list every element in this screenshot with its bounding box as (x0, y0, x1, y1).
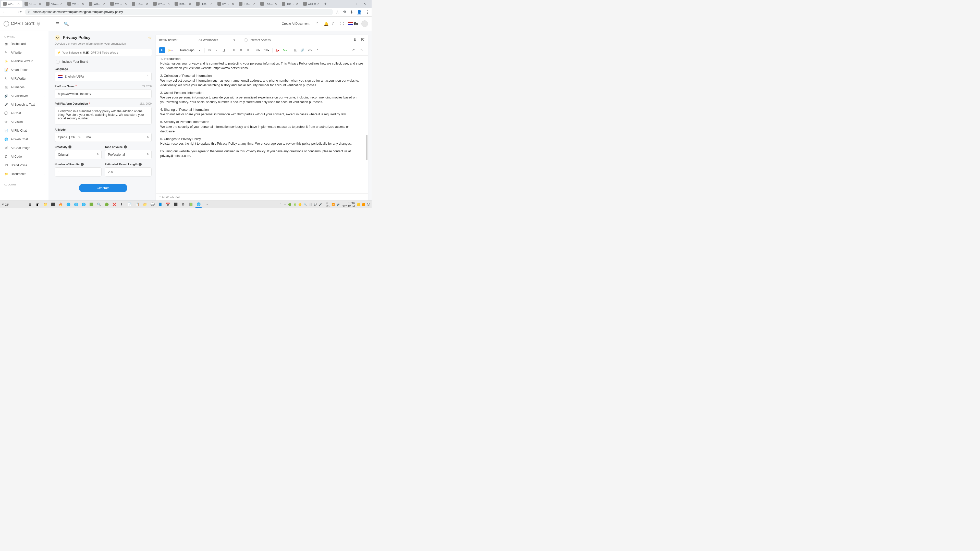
download-icon[interactable]: ⬇ (353, 38, 356, 42)
sidebar-item-voiceover[interactable]: 🔊AI Voiceover› (0, 92, 48, 100)
file-explorer-icon[interactable]: 📁 (42, 202, 49, 208)
notepad-icon[interactable]: 📄 (126, 202, 133, 208)
code-view-button[interactable]: </> (307, 47, 313, 53)
favorite-icon[interactable]: ☆ (148, 35, 151, 40)
language-select[interactable]: English (USA) ˄ (55, 72, 151, 81)
minimize-button[interactable]: — (342, 2, 349, 6)
close-icon[interactable]: ✕ (146, 2, 149, 5)
notifications-icon[interactable]: 💬 (367, 203, 370, 206)
tray-icon[interactable]: 🟧 (362, 203, 365, 206)
sidebar-item-chat[interactable]: 💬AI Chat (0, 109, 48, 118)
close-icon[interactable]: ✕ (296, 2, 299, 5)
app-logo[interactable]: CPRT Soft ⚛ (3, 21, 41, 27)
description-textarea[interactable]: Everything in a standard privacy policy … (55, 106, 151, 124)
sidebar-item-chat-image[interactable]: 🖼AI Chat Image (0, 144, 48, 152)
bookmark-icon[interactable]: ☆ (336, 10, 339, 14)
close-icon[interactable]: ✕ (317, 2, 320, 5)
bell-icon[interactable]: 🔔 (324, 21, 328, 26)
app-icon[interactable]: 🔥 (57, 202, 64, 208)
close-icon[interactable]: ✕ (60, 2, 63, 5)
sidebar-item-ai-writer[interactable]: ✎AI Writer (0, 48, 48, 57)
app-icon[interactable]: 📋 (134, 202, 141, 208)
document-body[interactable]: 1. IntroductionHotstar values your priva… (156, 56, 368, 193)
magic-wand-icon[interactable]: ✨▾ (166, 47, 174, 53)
hamburger-icon[interactable]: ☰ (56, 21, 60, 26)
chrome-icon[interactable]: 🌐 (80, 202, 87, 208)
language-indicator[interactable]: ENG US (324, 202, 329, 207)
chrome-icon[interactable]: 🌐 (65, 202, 72, 208)
clock[interactable]: 16:16 2024-07-03 (342, 202, 355, 207)
tone-select[interactable]: Professional (105, 150, 151, 159)
browser-tab[interactable]: How D✕ (130, 0, 151, 7)
tray-icon[interactable]: 🔍 (304, 203, 307, 206)
site-info-icon[interactable]: ⊙ (28, 10, 30, 14)
app-icon[interactable]: 🟢 (103, 202, 110, 208)
onedrive-icon[interactable]: ☁ (283, 203, 286, 206)
text-color-button[interactable]: A▾ (275, 47, 280, 53)
fullscreen-icon[interactable]: ⛶ (340, 21, 345, 26)
app-icon[interactable]: 🟩 (88, 202, 95, 208)
create-document-button[interactable]: Create AI Document (279, 21, 312, 27)
reload-button[interactable]: ⟳ (18, 10, 22, 14)
excel-icon[interactable]: 📗 (188, 202, 194, 208)
insert-link-button[interactable]: 🔗 (299, 47, 305, 53)
align-left-button[interactable]: ≡ (231, 47, 237, 53)
sidebar-item-article-wizard[interactable]: ✨AI Article Wizard (0, 57, 48, 65)
labs-icon[interactable]: ⚗ (343, 10, 346, 14)
browser-tab[interactable]: CPRT S✕ (1, 0, 22, 7)
sidebar-item-speech-to-text[interactable]: 🎤AI Speech to Text (0, 100, 48, 109)
sidebar-item-images[interactable]: 🖼AI Images (0, 83, 48, 92)
close-icon[interactable]: ✕ (167, 2, 170, 5)
creativity-select[interactable]: Original (55, 150, 102, 159)
language-selector[interactable]: En (348, 22, 358, 25)
bullet-list-button[interactable]: •≡▾ (255, 47, 262, 53)
maximize-button[interactable]: ▢ (351, 2, 359, 6)
close-icon[interactable]: ✕ (39, 2, 42, 5)
app-icon[interactable]: 💬 (149, 202, 156, 208)
numbered-list-button[interactable]: 1≡▾ (263, 47, 270, 53)
browser-tab[interactable]: history✕ (172, 0, 194, 7)
bold-button[interactable]: B (207, 47, 212, 53)
task-view-button[interactable]: ◧ (35, 202, 41, 208)
close-icon[interactable]: ✕ (275, 2, 278, 5)
sidebar-item-vision[interactable]: 👁AI Vision (0, 118, 48, 126)
close-window-button[interactable]: ✕ (361, 2, 369, 6)
undo-button[interactable]: ↶ (351, 47, 356, 53)
close-icon[interactable]: ✕ (103, 2, 106, 5)
terminal-icon[interactable]: ⬛ (50, 202, 56, 208)
browser-tab[interactable]: Why sh✕ (87, 0, 108, 7)
tray-icon[interactable]: 🟡 (298, 203, 301, 206)
highlight-button[interactable]: ✎▾ (282, 47, 288, 53)
volume-icon[interactable]: 🔊 (337, 203, 340, 206)
start-button[interactable]: ⊞ (27, 202, 33, 208)
align-center-button[interactable]: ≣ (238, 47, 244, 53)
back-button[interactable]: ← (2, 10, 7, 14)
sidebar-item-dashboard[interactable]: ▦Dashboard (0, 40, 48, 48)
browser-tab[interactable]: CPRT S✕ (22, 0, 44, 7)
close-icon[interactable]: ✕ (210, 2, 213, 5)
browser-tab[interactable]: wiki ar✕ (301, 0, 322, 7)
steam-icon[interactable]: ⚙ (180, 202, 186, 208)
forward-button[interactable]: → (10, 10, 15, 14)
italic-button[interactable]: I (214, 47, 220, 53)
url-input[interactable]: ⊙ aitools.cprtsoft.com/user/templates/or… (25, 9, 333, 15)
include-brand-toggle[interactable]: Include Your Brand (55, 60, 151, 64)
browser-tab[interactable]: History✕ (194, 0, 215, 7)
browser-tab[interactable]: Why do✕ (151, 0, 172, 7)
ai-button[interactable]: AI (159, 47, 165, 53)
platform-name-input[interactable]: https://www.hotstar.com/ (55, 89, 151, 98)
chrome-icon[interactable]: 🌐 (73, 202, 80, 208)
close-icon[interactable]: ✕ (253, 2, 256, 5)
moon-icon[interactable]: ☾ (332, 21, 336, 26)
paragraph-style-select[interactable]: Paragraph▾ (178, 48, 202, 52)
chevron-up-icon[interactable]: ⌃ (315, 21, 320, 26)
browser-tab[interactable]: IPhone✕ (237, 0, 258, 7)
browser-tab[interactable]: iPhone✕ (215, 0, 237, 7)
tray-icon[interactable]: ⬜ (309, 203, 312, 206)
browser-tab[interactable]: The Hi✕ (258, 0, 280, 7)
close-icon[interactable]: ✕ (82, 2, 85, 5)
wifi-icon[interactable]: 📶 (331, 203, 334, 206)
app-icon[interactable]: ⬇ (119, 202, 125, 208)
tray-icon[interactable]: 🟢 (288, 203, 291, 206)
battery-icon[interactable]: 🔋 (293, 203, 296, 206)
